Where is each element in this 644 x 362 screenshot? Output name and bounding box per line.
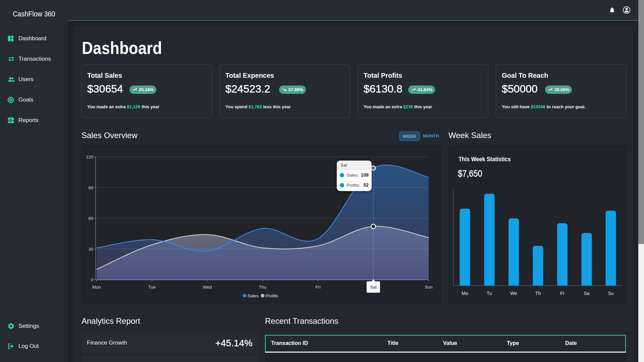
svg-text:Sales: Sales [248, 293, 259, 298]
svg-text:30: 30 [89, 247, 93, 252]
svg-text:$7,650: $7,650 [458, 169, 482, 179]
svg-text:Th: Th [535, 291, 541, 296]
svg-text:Tue: Tue [148, 285, 156, 290]
svg-text:Tu: Tu [487, 291, 492, 296]
svg-text:Fri: Fri [315, 285, 320, 290]
svg-text:Fr: Fr [560, 291, 565, 296]
svg-text:Mon: Mon [92, 285, 101, 290]
svg-text:Sun: Sun [425, 285, 432, 290]
svg-text:120: 120 [86, 155, 93, 160]
svg-text:Wed: Wed [203, 285, 212, 290]
svg-text:This Week Statistics: This Week Statistics [459, 156, 511, 163]
svg-text:We: We [510, 291, 517, 296]
svg-text:Sa: Sa [584, 291, 589, 296]
svg-text:Su: Su [608, 291, 613, 296]
svg-text:Profits: Profits [266, 293, 278, 298]
svg-text:0: 0 [91, 277, 93, 282]
svg-text:Thu: Thu [259, 285, 266, 290]
svg-text:90: 90 [89, 185, 93, 190]
svg-text:60: 60 [89, 216, 93, 221]
svg-text:Sat: Sat [370, 285, 377, 290]
svg-text:Mo: Mo [462, 291, 468, 296]
